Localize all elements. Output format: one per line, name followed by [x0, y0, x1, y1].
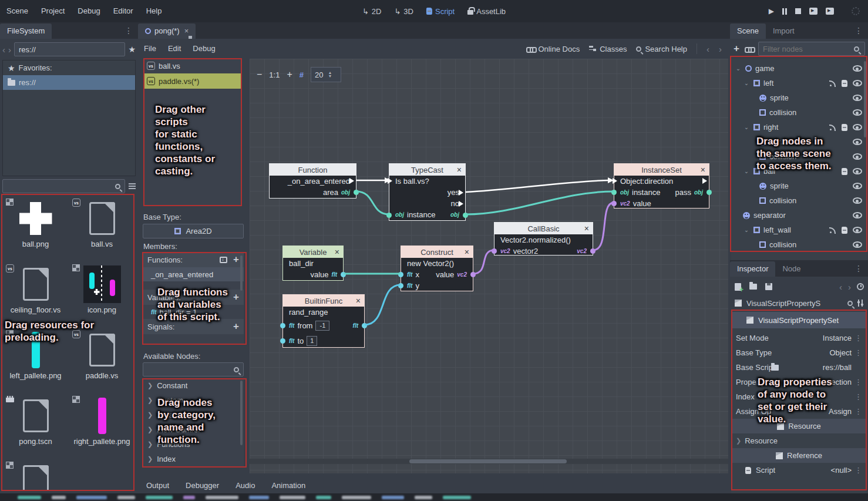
stop-button[interactable] — [795, 8, 801, 14]
folder-icon[interactable] — [771, 365, 779, 371]
file-pong-tscn[interactable]: pong.tscn — [2, 392, 69, 458]
instance-scene-icon[interactable] — [745, 46, 753, 51]
snap-step-spinbox[interactable]: 20 ▲▼ — [311, 67, 341, 82]
prop-base-type[interactable]: Base TypeObject⋮ — [731, 345, 867, 360]
float-out-port[interactable] — [362, 323, 367, 328]
visibility-icon[interactable] — [853, 153, 862, 160]
tab-node[interactable]: Node — [775, 261, 808, 277]
script-icon[interactable] — [842, 227, 847, 234]
resource-expand-row[interactable]: ❯ Resource — [731, 433, 867, 448]
history-back-icon[interactable]: ‹ — [839, 282, 842, 292]
close-node-icon[interactable]: × — [356, 296, 361, 305]
tree-row-right[interactable]: ⌄right — [731, 120, 867, 135]
visibility-icon[interactable] — [853, 124, 862, 130]
vec2-in-port[interactable] — [492, 248, 497, 254]
pause-button[interactable] — [782, 8, 787, 15]
script-icon[interactable] — [842, 80, 847, 87]
history-forward-icon[interactable]: › — [848, 282, 851, 292]
dock-options-icon[interactable]: ⋮ — [125, 26, 133, 35]
graph-hscrollbar[interactable] — [250, 459, 728, 464]
tree-row-collision[interactable]: collision — [731, 193, 867, 208]
root-folder-row[interactable]: res:// — [3, 75, 135, 90]
zoom-in-icon[interactable]: + — [287, 69, 292, 80]
seq-in-port[interactable] — [613, 178, 620, 184]
category-functions[interactable]: ❯Functions — [143, 437, 244, 452]
tools-icon[interactable] — [857, 300, 864, 307]
variable-item[interactable]: flt ball_dir = 1 — [143, 305, 244, 319]
file-right-pallete-png[interactable]: right_pallete.png — [69, 392, 135, 458]
script-menu-file[interactable]: File — [138, 39, 162, 59]
tree-row-separator[interactable]: separator — [731, 208, 867, 223]
obj-out-port[interactable] — [706, 190, 712, 195]
close-node-icon[interactable]: × — [335, 247, 339, 257]
prop-property[interactable]: Propertydirection⋮ — [731, 375, 867, 389]
new-resource-icon[interactable] — [735, 283, 741, 291]
visibility-icon[interactable] — [853, 227, 862, 233]
float-x-in-port[interactable] — [398, 272, 403, 277]
tab-animation[interactable]: Animation — [271, 481, 305, 490]
vec2-in-port[interactable] — [611, 201, 617, 206]
script-icon[interactable] — [842, 168, 847, 175]
tab-debugger[interactable]: Debugger — [186, 481, 219, 490]
add-variable-icon[interactable]: + — [233, 291, 239, 303]
node-typecast[interactable]: TypeCast× Is ball.vs? yes no obj instanc… — [389, 163, 466, 221]
play-custom-scene-button[interactable] — [826, 8, 834, 15]
node-variable[interactable]: Variable× ball_dir value flt — [282, 246, 344, 281]
close-node-icon[interactable]: × — [457, 165, 462, 174]
add-node-icon[interactable]: + — [734, 43, 739, 55]
script-item-paddle[interactable]: vs paddle.vs(*) — [143, 73, 242, 89]
script-menu-debug[interactable]: Debug — [187, 39, 221, 59]
float-y-in-port[interactable] — [398, 283, 403, 288]
signal-icon[interactable] — [829, 227, 836, 234]
category-scrollbar[interactable] — [240, 381, 243, 445]
category-flow-control[interactable]: ❯Flow Control — [143, 422, 244, 437]
close-node-icon[interactable]: × — [701, 165, 705, 174]
workspace-2d[interactable]: ↳2D — [358, 5, 386, 18]
seq-in-port[interactable] — [388, 178, 395, 184]
tab-filesystem[interactable]: FileSystem — [0, 23, 52, 39]
search-help-button[interactable]: Search Help — [636, 45, 687, 53]
menu-debug[interactable]: Debug — [71, 0, 106, 22]
workspace-3d[interactable]: ↳3D — [389, 5, 418, 18]
workspace-script[interactable]: Script — [422, 5, 459, 18]
menu-help[interactable]: Help — [140, 0, 169, 22]
history-back-icon[interactable]: ‹ — [706, 44, 709, 54]
dock-options-icon[interactable]: ⋮ — [854, 264, 863, 273]
close-tab-icon[interactable]: × — [184, 26, 189, 35]
float-from-in-port[interactable] — [280, 323, 285, 328]
history-icon[interactable] — [857, 283, 864, 290]
resource-section-header[interactable]: Resource — [731, 419, 867, 433]
node-search-input[interactable] — [143, 362, 244, 376]
category-constant[interactable]: ❯Constant — [143, 378, 244, 393]
file-ball-vs[interactable]: vs ball.vs — [69, 195, 135, 261]
visibility-icon[interactable] — [853, 139, 862, 145]
vec2-out-port[interactable] — [590, 248, 596, 254]
menu-editor[interactable]: Editor — [107, 0, 140, 22]
zoom-reset-button[interactable]: 1:1 — [269, 70, 280, 79]
close-node-icon[interactable]: × — [465, 247, 469, 257]
favorite-toggle-icon[interactable]: ★ — [128, 45, 136, 54]
prop-base-script[interactable]: Base Scriptres://ball — [731, 360, 867, 375]
tab-output[interactable]: Output — [146, 481, 169, 490]
file-search-input[interactable] — [2, 179, 125, 193]
signal-icon[interactable] — [829, 124, 836, 131]
visibility-icon[interactable] — [853, 65, 862, 72]
play-scene-button[interactable] — [809, 8, 817, 15]
visual-script-graph[interactable]: − 1:1 + # 20 ▲▼ Function _on_area_entere… — [250, 59, 728, 473]
spin-arrows-icon[interactable]: ▲▼ — [328, 71, 332, 78]
tree-row-sprite[interactable]: sprite — [731, 179, 867, 193]
tree-scrollbar[interactable] — [864, 61, 866, 137]
search-property-icon[interactable] — [847, 301, 853, 306]
prop-assign-op[interactable]: Assign OpAssign⋮ — [731, 404, 867, 419]
tab-scene[interactable]: Scene — [730, 23, 766, 39]
prop-set-mode[interactable]: Set ModeInstance⋮ — [731, 331, 867, 345]
menu-scene[interactable]: Scene — [0, 0, 35, 22]
dock-options-icon[interactable]: ⋮ — [854, 26, 863, 35]
obj-in-port[interactable] — [386, 213, 392, 218]
load-resource-icon[interactable] — [749, 284, 757, 290]
script-icon[interactable] — [842, 124, 847, 131]
online-docs-button[interactable]: Online Docs — [526, 45, 580, 53]
add-function-icon[interactable]: + — [233, 254, 239, 265]
function-item[interactable]: _on_area_entered — [143, 267, 244, 281]
tree-row-sprite[interactable]: sprite — [731, 90, 867, 105]
